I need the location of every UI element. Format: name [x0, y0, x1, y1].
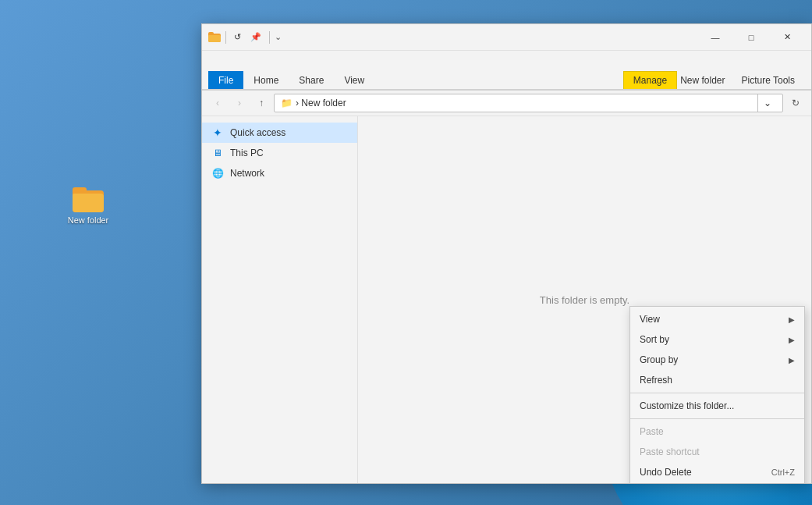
close-button[interactable]: ✕	[769, 24, 805, 51]
ctx-item-group-by[interactable]: Group by ▶	[630, 350, 804, 370]
ctx-label-view: View	[640, 314, 660, 325]
title-dropdown-arrow[interactable]: ⌄	[275, 32, 282, 42]
sidebar-item-this-pc[interactable]: 🖥 This PC	[202, 143, 357, 163]
content-area[interactable]: This folder is empty. View ▶ Sort by ▶	[358, 116, 811, 483]
tab-manage[interactable]: Manage	[623, 71, 677, 89]
forward-button[interactable]: ›	[230, 94, 249, 112]
ctx-shortcut-undo-delete: Ctrl+Z	[771, 468, 795, 477]
tab-home[interactable]: Home	[243, 71, 289, 89]
ribbon-tabs: File Home Share View Manage New folder P…	[202, 68, 811, 90]
title-separator-2	[269, 31, 270, 44]
title-folder-icon	[208, 31, 221, 44]
title-bar-left: ↺ 📌 ⌄	[208, 30, 282, 44]
tab-file[interactable]: File	[208, 71, 243, 89]
sidebar: ✦ Quick access 🖥 This PC 🌐 Network	[202, 116, 358, 483]
desktop: New folder ↺ 📌 ⌄ —	[0, 0, 812, 505]
ctx-item-undo-delete[interactable]: Undo Delete Ctrl+Z	[630, 462, 804, 482]
up-button[interactable]: ↑	[252, 94, 271, 112]
maximize-button[interactable]: □	[733, 24, 769, 51]
ctx-item-view[interactable]: View ▶	[630, 309, 804, 329]
network-icon: 🌐	[211, 167, 224, 180]
address-folder-icon-small: 📁	[281, 98, 293, 108]
ctx-label-sort-by: Sort by	[640, 334, 669, 345]
context-menu: View ▶ Sort by ▶ Group by ▶ R	[629, 306, 805, 483]
sidebar-item-quick-access-label: Quick access	[230, 127, 285, 138]
empty-folder-message: This folder is empty.	[540, 294, 629, 306]
address-breadcrumb: › New folder	[296, 98, 346, 108]
title-separator-1	[225, 31, 226, 44]
sidebar-item-network[interactable]: 🌐 Network	[202, 163, 357, 183]
tab-picture-tools[interactable]: Picture Tools	[732, 71, 805, 89]
sidebar-item-network-label: Network	[230, 168, 264, 179]
window-controls: — □ ✕	[697, 24, 805, 51]
address-bar: ‹ › ↑ 📁 › New folder ⌄ ↻	[202, 91, 811, 116]
sidebar-item-quick-access[interactable]: ✦ Quick access	[202, 123, 357, 143]
ctx-item-sort-by[interactable]: Sort by ▶	[630, 329, 804, 350]
ctx-label-customize: Customize this folder...	[640, 400, 734, 411]
ctx-label-undo-delete: Undo Delete	[640, 467, 692, 478]
title-bar: ↺ 📌 ⌄ — □ ✕	[202, 24, 811, 51]
sidebar-item-this-pc-label: This PC	[230, 148, 264, 158]
manage-new-folder-label: New folder	[677, 75, 731, 89]
ctx-item-customize[interactable]: Customize this folder...	[630, 396, 804, 416]
tab-view[interactable]: View	[334, 71, 374, 89]
minimize-button[interactable]: —	[697, 24, 733, 51]
ribbon-manage-area	[202, 51, 811, 68]
ctx-label-refresh: Refresh	[640, 375, 672, 386]
ctx-item-refresh[interactable]: Refresh	[630, 370, 804, 390]
ribbon: File Home Share View Manage New folder P…	[202, 51, 811, 91]
ctx-arrow-sort-by: ▶	[789, 336, 795, 344]
title-undo-btn[interactable]: ↺	[231, 30, 244, 44]
address-path-box[interactable]: 📁 › New folder ⌄	[274, 94, 783, 112]
ctx-item-paste[interactable]: Paste	[630, 421, 804, 442]
ctx-arrow-view: ▶	[789, 315, 795, 324]
explorer-window: ↺ 📌 ⌄ — □ ✕ File Home Share Vi	[201, 23, 812, 484]
ctx-label-paste: Paste	[640, 426, 664, 437]
ctx-separator-1	[630, 393, 804, 393]
this-pc-icon: 🖥	[211, 147, 224, 159]
desktop-folder-label: New folder	[68, 215, 109, 225]
ctx-separator-2	[630, 418, 804, 419]
ctx-item-paste-shortcut[interactable]: Paste shortcut	[630, 442, 804, 462]
title-pin-btn[interactable]: 📌	[247, 30, 264, 44]
folder-icon-graphic	[73, 187, 104, 212]
quick-access-icon: ✦	[211, 126, 224, 139]
address-dropdown-btn[interactable]: ⌄	[757, 94, 776, 112]
ctx-label-paste-shortcut: Paste shortcut	[640, 446, 700, 457]
back-button[interactable]: ‹	[208, 94, 227, 112]
ctx-label-group-by: Group by	[640, 354, 678, 365]
main-content: ✦ Quick access 🖥 This PC 🌐 Network	[202, 116, 811, 483]
desktop-folder-icon[interactable]: New folder	[61, 187, 115, 225]
tab-share[interactable]: Share	[289, 71, 334, 89]
refresh-button[interactable]: ↻	[786, 94, 805, 112]
ctx-arrow-group-by: ▶	[789, 356, 795, 365]
